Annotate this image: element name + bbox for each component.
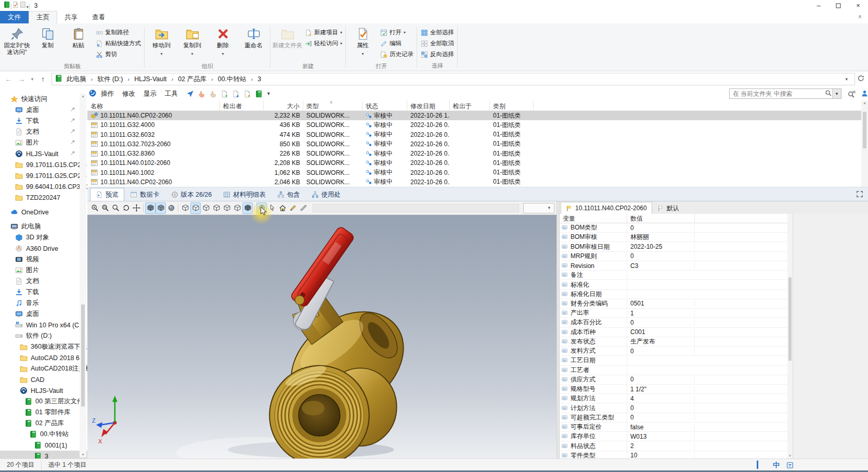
ribbon-button[interactable]: 新建项目▾	[303, 27, 344, 38]
ribbon-button[interactable]: 编辑	[378, 38, 416, 49]
file-row[interactable]: 10.11011.N40.1002 1,062 KB SOLIDWORK... …	[87, 168, 868, 177]
preview-tab[interactable]: 版本 26/26	[165, 188, 218, 201]
valve-3d-preview[interactable]: Z X	[87, 215, 556, 458]
markup-button[interactable]	[288, 202, 298, 214]
variable-row[interactable]: (x)规划方法 4	[560, 394, 787, 403]
file-row[interactable]: 10.11011.N40.0102-2060 2,208 KB SOLIDWOR…	[87, 158, 868, 168]
check-out-icon[interactable]	[198, 90, 205, 98]
sidebar-item[interactable]: HLJS-Vault	[0, 148, 87, 159]
config-tab[interactable]: 10.11011.N40.CP02-2060	[561, 202, 652, 214]
zoom-fit-button[interactable]	[110, 202, 121, 214]
ribbon-button[interactable]: 重命名	[238, 25, 269, 62]
view-isometric-button[interactable]	[145, 202, 156, 214]
variable-row[interactable]: (x)产出率 1	[560, 309, 787, 318]
variable-row[interactable]: (x)工艺者	[560, 366, 787, 375]
value-column-header[interactable]: 数值	[627, 214, 695, 223]
sidebar-item[interactable]: Win 10 Pro x64 (C:)	[0, 320, 87, 330]
get-latest-icon[interactable]	[232, 90, 240, 98]
sidebar-item[interactable]: 99.64041.016.CP34-18	[0, 181, 87, 192]
breadcrumb-segment[interactable]: HLJS-Vault	[131, 75, 170, 83]
ribbon-button[interactable]: 固定到“快速访问”	[2, 25, 32, 62]
recent-locations-icon[interactable]: ▾	[28, 76, 36, 82]
search-icon[interactable]	[825, 90, 832, 97]
pdm-pin-icon[interactable]	[186, 90, 194, 98]
minimize-button[interactable]: –	[809, 0, 828, 11]
refresh-icon[interactable]	[857, 74, 865, 84]
ribbon-button[interactable]: 反向选择	[419, 49, 456, 60]
variable-row[interactable]: (x)供应方式 0	[560, 375, 787, 385]
view-sphere-button[interactable]	[166, 202, 176, 214]
sw-badge-icon[interactable]	[88, 89, 97, 97]
pdm-menu[interactable]: 工具	[161, 90, 182, 98]
sidebar-item[interactable]: 下载	[0, 287, 87, 298]
variables-scrollbar[interactable]: ▾	[787, 214, 793, 458]
variable-row[interactable]: (x)备注	[560, 271, 787, 280]
variable-row[interactable]: (x)计划方法 0	[560, 403, 787, 413]
variable-row[interactable]: (x)Revision C3	[560, 261, 787, 271]
view-back-button[interactable]	[190, 202, 201, 214]
ribbon-button[interactable]: 打开▾	[378, 27, 416, 38]
column-header[interactable]: 类别	[490, 100, 534, 110]
file-row[interactable]: 10.11011.N40.CP02-2060 2,046 KB SOLIDWOR…	[87, 177, 868, 187]
sidebar-item[interactable]: 快速访问	[0, 94, 87, 105]
variable-row[interactable]: (x)规格型号 1 1/2"	[560, 385, 787, 394]
variable-row[interactable]: (x)成本百分比 0	[560, 318, 787, 327]
sidebar-item[interactable]: 3D 对象	[0, 232, 87, 243]
sidebar-item[interactable]: 0001(1)	[0, 440, 87, 451]
ribbon-button[interactable]: 新建文件夹	[272, 25, 303, 62]
sidebar-item[interactable]: 360极速浏览器下载	[0, 341, 87, 352]
file-row[interactable]: 10.11011.N40.CP02-2060 2,232 KB SOLIDWOR…	[87, 111, 868, 120]
column-header[interactable]: 检出于	[450, 100, 490, 110]
preview-tab[interactable]: 数据卡	[124, 188, 165, 201]
variable-row[interactable]: (x)BOM类型 0	[560, 223, 787, 233]
sidebar-item[interactable]: 01 零部件库	[0, 407, 87, 418]
column-header[interactable]: 类型∧	[303, 100, 362, 110]
preview-tab[interactable]: 使用处	[306, 188, 347, 201]
breadcrumb-segment[interactable]: 00.中转站	[214, 75, 250, 84]
column-header[interactable]: 大小	[264, 100, 303, 110]
doc-plain-icon[interactable]	[19, 1, 27, 8]
variable-row[interactable]: (x)成本币种 C001	[560, 328, 787, 337]
ribbon-button[interactable]: 全部选择	[419, 27, 456, 38]
rotate-view-button[interactable]	[121, 202, 131, 214]
variable-row[interactable]: (x)标准化	[560, 280, 787, 289]
zoom-in-button[interactable]	[89, 202, 100, 214]
view-left-button[interactable]	[201, 202, 211, 214]
view-front-button[interactable]	[180, 202, 190, 214]
view-shaded-button[interactable]	[242, 202, 253, 214]
variable-row[interactable]: (x)MRP规则 0	[560, 252, 787, 261]
pdm-more-icon[interactable]: ▼	[266, 91, 271, 96]
display-mode-dropdown[interactable]: ▼	[523, 203, 554, 213]
search-input[interactable]: 在 当前文件夹 中搜索 ▼	[729, 88, 841, 99]
breadcrumb-segment[interactable]: 软件 (D:)	[94, 75, 126, 84]
sidebar-item[interactable]: 软件 (D:)	[0, 330, 87, 341]
close-button[interactable]: ×	[848, 0, 868, 11]
doc-check-icon[interactable]	[12, 1, 19, 8]
variable-row[interactable]: (x)BOM审核日期 2022-10-25	[560, 242, 787, 251]
variable-row[interactable]: (x)发布状态 生产发布	[560, 337, 787, 347]
sidebar-item[interactable]: AutoCAD 2018 64	[0, 352, 87, 363]
ime-settings-icon[interactable]	[786, 462, 794, 470]
ribbon-button[interactable]: 轻松访问▾	[303, 38, 344, 49]
ribbon-collapse-icon[interactable]: ∧	[858, 14, 862, 19]
sidebar-item[interactable]: A360 Drive	[0, 243, 87, 254]
column-header[interactable]: 修改日期	[407, 100, 450, 110]
variable-row[interactable]: (x)料品状态 2	[560, 441, 787, 451]
user-icon[interactable]	[861, 90, 868, 99]
undo-check-out-icon[interactable]	[209, 90, 217, 98]
search-dropdown-icon[interactable]: ▼	[832, 89, 841, 98]
ribbon-tab[interactable]: 主页	[29, 11, 57, 23]
ribbon-button[interactable]: 复制路径	[94, 27, 143, 38]
measure-button[interactable]	[298, 202, 308, 214]
sidebar-item[interactable]: 图片	[0, 137, 87, 148]
sidebar-item[interactable]: 3	[0, 451, 87, 458]
file-row[interactable]: 10.11011.G32.7023-2060 850 KB SOLIDWORK.…	[87, 139, 868, 149]
variable-column-header[interactable]: 变量	[560, 214, 627, 223]
ribbon-button[interactable]: 属性▾	[347, 25, 378, 62]
column-header[interactable]: 状态	[362, 100, 407, 110]
tab-file[interactable]: 文件	[0, 11, 29, 23]
sidebar-item[interactable]: 00.中转站	[0, 429, 87, 440]
sidebar-item[interactable]: HLJS-Vault	[0, 385, 87, 396]
up-button[interactable]: ↑	[36, 75, 49, 83]
view-right-button[interactable]	[211, 202, 222, 214]
